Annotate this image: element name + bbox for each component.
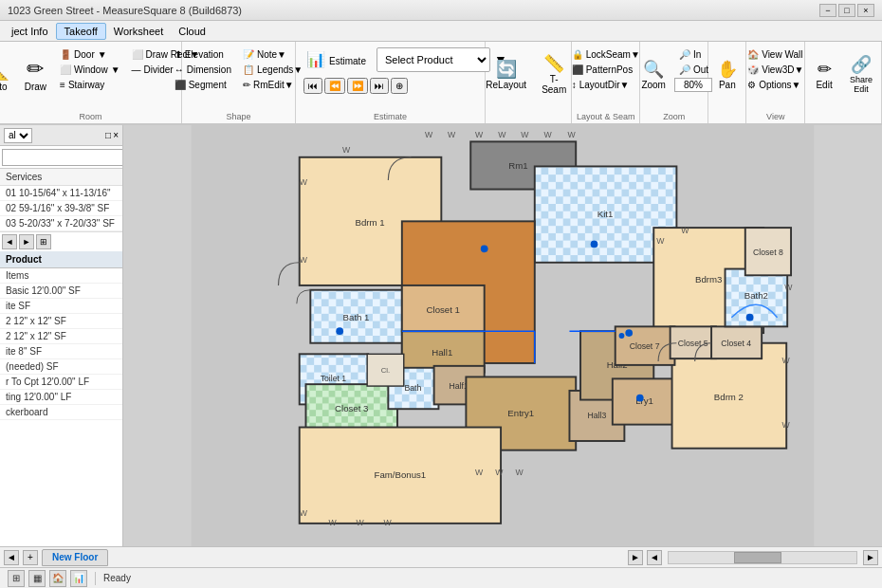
segment-icon: ⬛ <box>175 80 186 90</box>
svg-text:Bdrm3: Bdrm3 <box>695 274 722 285</box>
elevation-button[interactable]: ⬆ Elevation <box>170 47 236 62</box>
svg-text:W: W <box>681 226 689 235</box>
svg-text:W: W <box>784 283 793 292</box>
patternpos-button[interactable]: ⬛ PatternPos <box>567 63 645 77</box>
left-panel-item[interactable]: 02 59-1/16" x 39-3/8" SF <box>0 201 122 216</box>
window-controls: − □ × <box>819 4 874 17</box>
edit-button[interactable]: ✏ Edit <box>807 44 841 106</box>
relayout-icon: 🔄 <box>496 61 517 78</box>
relayout-button[interactable]: 🔄 ReLayout <box>482 44 531 106</box>
media-last-button[interactable]: ⏭ <box>370 78 389 94</box>
disto-button[interactable]: 📐 Disto <box>0 44 16 106</box>
tab-new-floor[interactable]: New Floor <box>42 549 108 566</box>
tab-add-button[interactable]: + <box>23 550 38 565</box>
grid-status-icon[interactable]: ⊞ <box>8 570 25 587</box>
media-first-button[interactable]: ⏮ <box>303 78 322 94</box>
close-button[interactable]: × <box>857 4 874 17</box>
tab-nav-prev[interactable]: ◄ <box>4 550 19 565</box>
scroll-left-btn[interactable]: ◄ <box>2 234 17 249</box>
house-status-icon[interactable]: 🏠 <box>49 570 66 587</box>
zoom-out-button[interactable]: 🔎 Out <box>674 63 713 77</box>
zoom-value: 80% <box>674 78 712 92</box>
panel-dropdown[interactable]: al <box>4 128 32 143</box>
draw-button[interactable]: ✏ Draw <box>18 44 53 106</box>
share-edit-button[interactable]: 🔗 Share Edit <box>843 44 879 106</box>
minimize-button[interactable]: − <box>819 4 836 17</box>
patternpos-icon: ⬛ <box>572 64 583 75</box>
tab-nav-left[interactable]: ◄ <box>647 550 662 565</box>
menu-cloud[interactable]: Cloud <box>171 24 213 39</box>
svg-text:W: W <box>568 130 577 139</box>
product-item[interactable]: Items <box>0 268 122 284</box>
ribbon-shape-group: ⬆ Elevation ↔ Dimension ⬛ Segment 📝 Note… <box>182 42 296 123</box>
window-button[interactable]: ⬜ Window ▼ <box>55 63 124 77</box>
dimension-button[interactable]: ↔ Dimension <box>170 63 236 77</box>
svg-point-52 <box>636 395 644 402</box>
left-panel: al □ × 🔍 ⊞ Services 01 10-15/64" x 11-13… <box>0 125 123 546</box>
panel-close-button[interactable]: × <box>113 130 119 140</box>
segment-button[interactable]: ⬛ Segment <box>170 78 236 92</box>
maximize-button[interactable]: □ <box>838 4 855 17</box>
product-item[interactable]: ite 8" SF <box>0 344 122 359</box>
scroll-right-btn[interactable]: ► <box>19 234 34 249</box>
view3d-button[interactable]: 🎲 View3D▼ <box>743 63 808 77</box>
product-item[interactable]: ckerboard <box>0 405 122 420</box>
panel-float-button[interactable]: □ <box>105 130 111 140</box>
product-item[interactable]: r To Cpt 12'0.00" LF <box>0 375 122 390</box>
estimate-label: Estimate <box>329 56 366 66</box>
svg-text:W: W <box>357 518 365 527</box>
svg-text:Closet 5: Closet 5 <box>678 339 708 348</box>
estimate-button[interactable]: 📊 Estimate <box>300 47 373 72</box>
scrollbar-thumb[interactable] <box>734 552 781 563</box>
left-panel-toolbar: al □ × <box>0 125 122 146</box>
stairway-button[interactable]: ≡ Stairway <box>55 78 124 92</box>
svg-text:W: W <box>384 518 393 527</box>
checker-status-icon[interactable]: ▦ <box>28 570 46 587</box>
left-panel-search: 🔍 ⊞ <box>0 146 122 169</box>
left-panel-item[interactable]: 03 5-20/33" x 7-20/33" SF <box>0 216 122 231</box>
product-item[interactable]: (needed) SF <box>0 359 122 375</box>
media-add-button[interactable]: ⊕ <box>391 78 408 94</box>
svg-text:W: W <box>300 508 308 518</box>
svg-text:W: W <box>498 130 506 139</box>
scroll-right-arrow[interactable]: ► <box>863 550 878 565</box>
zoom-in-button[interactable]: 🔎 In <box>674 47 713 62</box>
canvas-area[interactable]: Rm1 W W W W W W W W Kit1 Bdrm 1 W W LR1 <box>123 125 882 546</box>
zoom-group-label: Zoom <box>663 112 685 121</box>
disto-label: Disto <box>0 82 8 92</box>
svg-text:W: W <box>543 130 552 139</box>
product-item[interactable]: Basic 12'0.00" SF <box>0 284 122 299</box>
media-next-button[interactable]: ⏩ <box>347 78 368 94</box>
layoutdir-button[interactable]: ↕ LayoutDir▼ <box>567 78 645 92</box>
media-prev-button[interactable]: ⏪ <box>324 78 345 94</box>
menu-worksheet[interactable]: Worksheet <box>106 24 171 39</box>
menu-takeoff[interactable]: Takeoff <box>56 23 106 40</box>
status-text: Ready <box>103 573 131 583</box>
share-edit-icon: 🔗 <box>851 56 872 73</box>
product-item[interactable]: 2 12" x 12" SF <box>0 314 122 329</box>
options-button[interactable]: ⚙ Options▼ <box>743 78 808 92</box>
view-wall-button[interactable]: 🏠 View Wall <box>743 47 808 62</box>
zoom-button[interactable]: 🔍 Zoom <box>634 44 672 106</box>
horizontal-scrollbar[interactable] <box>668 551 857 564</box>
svg-text:W: W <box>521 130 529 139</box>
pan-button[interactable]: ✋ Pan <box>710 44 744 106</box>
product-select[interactable]: Select Product Carpet Hardwood Tile Viny… <box>377 47 490 72</box>
left-panel-item[interactable]: 01 10-15/64" x 11-13/16" <box>0 186 122 201</box>
dimension-icon: ↔ <box>175 64 184 75</box>
search-input[interactable] <box>2 149 123 166</box>
door-button[interactable]: 🚪 Door ▼ <box>55 47 124 62</box>
product-item[interactable]: ting 12'0.00" LF <box>0 390 122 405</box>
chart-status-icon[interactable]: 📊 <box>70 570 87 587</box>
lockseam-button[interactable]: 🔒 LockSeam▼ <box>567 47 645 62</box>
grid-icon[interactable]: ⊞ <box>36 234 51 249</box>
tseam-label: T-Seam <box>540 74 569 95</box>
elevation-icon: ⬆ <box>175 49 182 60</box>
svg-text:Closet 1: Closet 1 <box>427 304 460 315</box>
tab-nav-right[interactable]: ► <box>628 550 643 565</box>
menu-project-info[interactable]: ject Info <box>4 24 56 39</box>
product-item[interactable]: ite SF <box>0 299 122 314</box>
svg-text:Closet 7: Closet 7 <box>630 341 660 351</box>
svg-text:Closet 3: Closet 3 <box>335 403 368 413</box>
product-item[interactable]: 2 12" x 12" SF <box>0 329 122 344</box>
